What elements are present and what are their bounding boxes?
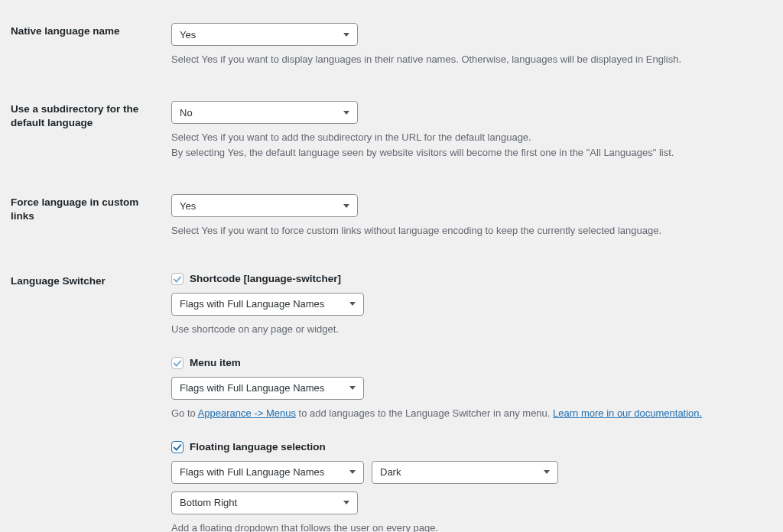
desc-menu-item: Go to Appearance -> Menus to add languag… — [171, 406, 743, 421]
desc-floating: Add a floating dropdown that follows the… — [171, 521, 743, 532]
select-floating-style[interactable]: Flags with Full Language Names — [171, 461, 364, 484]
label-language-switcher: Language Switcher — [11, 264, 171, 532]
desc-line: Select Yes if you want to add the subdir… — [171, 131, 531, 143]
select-value: Flags with Full Language Names — [180, 298, 324, 310]
checkbox-label: Floating language selection — [190, 441, 326, 453]
select-force-language[interactable]: Yes — [171, 194, 358, 217]
select-value: Flags with Full Language Names — [180, 466, 324, 478]
checkbox-icon — [171, 357, 184, 369]
cell-force-language: Yes Select Yes if you want to force cust… — [171, 185, 751, 263]
desc-text: Go to — [171, 407, 198, 419]
checkbox-label: Menu item — [190, 357, 241, 368]
row-language-switcher: Language Switcher Shortcode [language-sw… — [11, 264, 751, 532]
select-floating-position[interactable]: Bottom Right — [171, 491, 358, 514]
chevron-down-icon — [349, 302, 356, 306]
row-force-language: Force language in custom links Yes Selec… — [11, 185, 751, 263]
select-floating-theme[interactable]: Dark — [372, 461, 558, 484]
checkbox-floating[interactable]: Floating language selection — [171, 441, 326, 453]
select-subdirectory[interactable]: No — [171, 101, 358, 124]
checkbox-label: Shortcode [language-switcher] — [190, 273, 341, 284]
select-value: Bottom Right — [180, 497, 237, 508]
select-value: Flags with Full Language Names — [180, 382, 324, 394]
select-value: Yes — [180, 200, 196, 212]
settings-table: Native language name Yes Select Yes if y… — [11, 14, 751, 532]
desc-native-language: Select Yes if you want to display langua… — [171, 52, 743, 67]
cell-subdirectory: No Select Yes if you want to add the sub… — [171, 92, 751, 185]
checkbox-icon — [171, 273, 184, 285]
chevron-down-icon — [343, 501, 349, 504]
checkbox-menu-item[interactable]: Menu item — [171, 357, 241, 369]
select-value: Yes — [180, 29, 196, 41]
chevron-down-icon — [343, 33, 349, 37]
chevron-down-icon — [349, 470, 356, 474]
chevron-down-icon — [343, 111, 349, 115]
desc-force-language: Select Yes if you want to force custom l… — [171, 223, 743, 238]
label-force-language: Force language in custom links — [11, 185, 171, 263]
desc-text: to add languages to the Language Switche… — [296, 407, 553, 419]
select-value: Dark — [380, 466, 401, 478]
row-subdirectory: Use a subdirectory for the default langu… — [11, 92, 751, 185]
desc-subdirectory: Select Yes if you want to add the subdir… — [171, 130, 743, 161]
row-native-language: Native language name Yes Select Yes if y… — [11, 14, 751, 92]
select-native-language[interactable]: Yes — [171, 23, 358, 46]
checkbox-icon — [171, 441, 184, 453]
chevron-down-icon — [544, 470, 550, 474]
section-floating: Floating language selection Flags with F… — [171, 441, 743, 532]
cell-native-language: Yes Select Yes if you want to display la… — [171, 14, 751, 92]
desc-line: By selecting Yes, the default language s… — [171, 147, 674, 158]
link-appearance-menus[interactable]: Appearance -> Menus — [198, 407, 296, 419]
checkbox-shortcode[interactable]: Shortcode [language-switcher] — [171, 273, 341, 285]
section-menu-item: Menu item Flags with Full Language Names… — [171, 357, 743, 421]
chevron-down-icon — [349, 386, 356, 390]
chevron-down-icon — [343, 204, 349, 208]
link-learn-more-docs[interactable]: Learn more in our documentation. — [553, 407, 702, 419]
select-menu-style[interactable]: Flags with Full Language Names — [171, 377, 364, 400]
cell-language-switcher: Shortcode [language-switcher] Flags with… — [171, 264, 751, 532]
select-value: No — [180, 107, 193, 118]
label-subdirectory: Use a subdirectory for the default langu… — [11, 92, 171, 185]
label-native-language: Native language name — [11, 14, 171, 92]
desc-shortcode: Use shortcode on any page or widget. — [171, 322, 743, 337]
select-shortcode-style[interactable]: Flags with Full Language Names — [171, 293, 364, 316]
section-shortcode: Shortcode [language-switcher] Flags with… — [171, 273, 743, 337]
settings-form: Native language name Yes Select Yes if y… — [0, 0, 762, 532]
